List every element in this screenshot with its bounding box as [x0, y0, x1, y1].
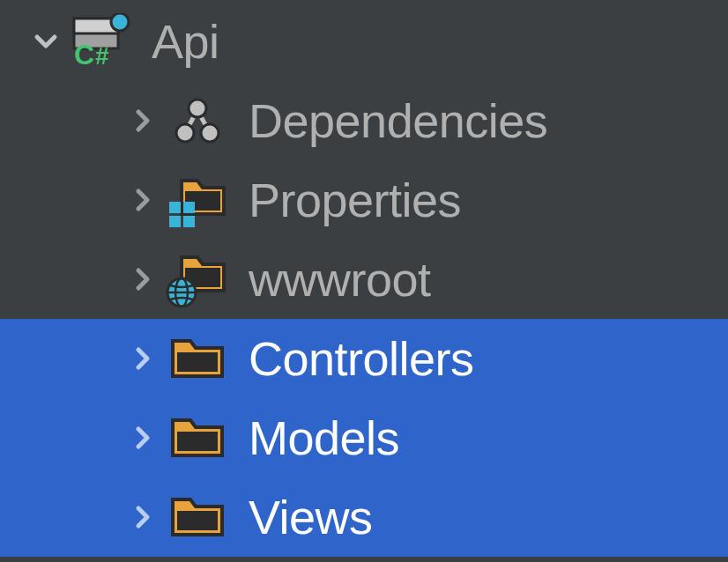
svg-point-5	[189, 100, 206, 117]
svg-rect-12	[183, 216, 195, 227]
tree-item-properties[interactable]: Properties	[0, 160, 728, 240]
dependencies-icon	[162, 92, 233, 149]
chevron-right-icon[interactable]	[123, 499, 162, 535]
tree-item-label: Views	[249, 490, 373, 544]
tree-item-controllers[interactable]: Controllers	[0, 319, 728, 398]
svg-rect-11	[169, 216, 181, 227]
folder-icon	[162, 492, 233, 542]
chevron-right-icon[interactable]	[123, 182, 162, 218]
svg-point-2	[111, 13, 129, 31]
tree-item-label: Properties	[249, 173, 461, 227]
chevron-down-icon[interactable]	[26, 24, 65, 59]
svg-rect-18	[177, 432, 218, 451]
folder-icon	[162, 334, 233, 383]
svg-text:#: #	[95, 42, 109, 70]
tree-item-wwwroot[interactable]: wwwroot	[0, 240, 728, 319]
tree-item-models[interactable]: Models	[0, 398, 728, 477]
chevron-right-icon[interactable]	[123, 420, 162, 455]
svg-rect-19	[177, 511, 218, 530]
svg-text:C: C	[74, 39, 94, 70]
tree-item-dependencies[interactable]: Dependencies	[0, 81, 728, 160]
tree-item-label: Controllers	[249, 331, 474, 386]
tree-item-views[interactable]: Views	[0, 477, 728, 557]
tree-item-label: Models	[249, 410, 399, 465]
chevron-right-icon[interactable]	[123, 341, 162, 376]
folder-icon	[162, 413, 233, 462]
svg-rect-9	[169, 202, 181, 213]
chevron-right-icon[interactable]	[123, 262, 162, 297]
svg-rect-10	[183, 202, 195, 213]
svg-point-6	[176, 124, 194, 142]
svg-rect-17	[177, 352, 218, 372]
csharp-project-icon: C #	[65, 13, 136, 70]
properties-folder-icon	[162, 172, 233, 228]
tree-item-label: wwwroot	[249, 252, 431, 307]
svg-point-7	[201, 124, 219, 142]
project-tree: C # Api Dependencies	[0, 0, 728, 557]
chevron-right-icon[interactable]	[123, 103, 162, 138]
tree-item-api[interactable]: C # Api	[0, 2, 728, 81]
wwwroot-folder-icon	[162, 250, 233, 308]
tree-item-label: Api	[152, 14, 219, 69]
tree-item-label: Dependencies	[249, 93, 547, 148]
